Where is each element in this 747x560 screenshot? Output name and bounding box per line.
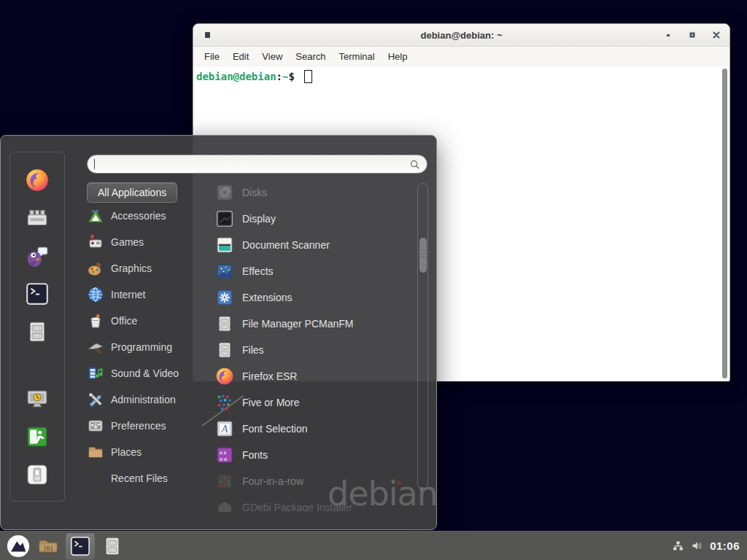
taskbar-launcher[interactable]: [D]	[36, 533, 61, 559]
volume-icon[interactable]	[691, 540, 703, 552]
terminal-menu-item[interactable]: File	[198, 51, 226, 62]
file-cabinet-icon	[215, 341, 234, 359]
category-item[interactable]: Accessories	[87, 203, 208, 229]
category-item[interactable]: Preferences	[87, 413, 208, 439]
terminal-menu-item[interactable]: View	[255, 51, 289, 62]
tray-icons	[672, 540, 703, 552]
pidgin-icon	[25, 244, 50, 268]
sound-video-icon	[87, 365, 104, 382]
favorite-launcher[interactable]	[18, 161, 56, 199]
menu-icon[interactable]	[6, 534, 31, 559]
accessories-icon	[87, 207, 104, 225]
category-item[interactable]: Internet	[87, 281, 208, 308]
application-item[interactable]: Disks	[209, 179, 415, 206]
fonts-icon: a aa a	[215, 446, 234, 464]
network-icon[interactable]	[672, 540, 684, 552]
terminal-menu-item[interactable]: Search	[289, 51, 332, 62]
category-label: Sound & Video	[111, 368, 179, 379]
category-item[interactable]: Recent Files	[87, 465, 208, 491]
application-item[interactable]: Display	[209, 206, 415, 232]
application-label: Extensions	[242, 292, 292, 303]
application-list: Disks Display Document Scanner Effects E…	[209, 179, 415, 512]
category-item[interactable]: Administration	[87, 386, 208, 413]
application-label: Effects	[242, 265, 274, 277]
file-cabinet-icon	[101, 535, 123, 557]
internet-icon	[87, 286, 104, 303]
application-item[interactable]: Files	[209, 337, 415, 363]
application-item[interactable]: GDebi Package Installer	[209, 494, 415, 512]
favorite-launcher[interactable]	[18, 237, 56, 275]
application-item[interactable]: Effects	[209, 258, 415, 284]
clock[interactable]: 01:06	[710, 540, 740, 552]
category-item[interactable]: Programming	[87, 334, 208, 360]
application-label: Files	[242, 344, 264, 356]
close-icon[interactable]	[712, 31, 721, 39]
terminal-titlebar[interactable]: debian@debian: ~	[193, 24, 729, 47]
category-item[interactable]: Office	[87, 308, 208, 334]
application-item[interactable]: Five or More	[209, 389, 415, 416]
category-label: Administration	[111, 394, 176, 405]
lock-screen-icon	[25, 386, 50, 411]
category-label: All Applications	[98, 187, 166, 198]
favorite-launcher[interactable]	[18, 275, 56, 313]
search-input[interactable]	[87, 155, 427, 174]
category-list: All Applications Accessories Games Graph…	[87, 182, 208, 491]
terminal-window-icon	[204, 31, 212, 39]
category-item[interactable]: Games	[87, 229, 208, 255]
menu-scrollbar-track[interactable]	[417, 183, 428, 489]
favorite-launcher[interactable]	[18, 199, 56, 237]
application-label: Font Selection	[242, 423, 308, 435]
search-icon	[409, 159, 420, 170]
shutdown-icon	[25, 462, 50, 487]
terminal-menu-item[interactable]: Terminal	[333, 51, 382, 62]
application-label: Fonts	[242, 449, 268, 461]
svg-text:A: A	[221, 423, 228, 435]
category-label: Recent Files	[111, 472, 168, 484]
favorite-launcher[interactable]	[18, 456, 56, 494]
application-item[interactable]: Four-in-a-row	[209, 468, 415, 494]
application-item[interactable]: a aa a Fonts	[209, 442, 415, 468]
category-item[interactable]: All Applications	[87, 182, 177, 203]
four-in-a-row-icon	[215, 472, 234, 491]
taskbar-launchers: [D]	[36, 533, 125, 559]
application-item[interactable]: A Font Selection	[209, 416, 415, 442]
minimize-icon[interactable]	[664, 31, 673, 39]
category-item[interactable]: Places	[87, 439, 208, 465]
terminal-scrollbar[interactable]	[722, 69, 727, 378]
taskbar-launcher[interactable]	[100, 533, 125, 559]
terminal-cursor	[304, 70, 312, 83]
terminal-menu-item[interactable]: Edit	[226, 51, 255, 62]
application-item[interactable]: Extensions	[209, 284, 415, 311]
application-label: Display	[242, 213, 276, 225]
application-label: Four-in-a-row	[242, 475, 303, 487]
logout-icon	[25, 424, 50, 449]
font-selection-icon: A	[215, 419, 234, 438]
places-icon	[87, 443, 104, 461]
taskbar-launcher[interactable]	[66, 533, 95, 559]
file-cabinet-icon	[25, 319, 50, 344]
application-item[interactable]: Firefox ESR	[209, 363, 415, 389]
programming-icon	[87, 338, 104, 356]
category-item[interactable]: Graphics	[87, 255, 208, 281]
firefox-icon	[25, 168, 50, 192]
favorite-launcher[interactable]	[18, 418, 56, 456]
favorite-launcher[interactable]	[18, 380, 56, 418]
application-label: Firefox ESR	[242, 370, 297, 382]
maximize-icon[interactable]	[688, 31, 697, 39]
application-item[interactable]: File Manager PCManFM	[209, 311, 415, 337]
document-scanner-icon	[215, 236, 234, 254]
favorite-launcher[interactable]	[18, 313, 56, 351]
administration-icon	[87, 391, 104, 408]
category-label: Internet	[111, 289, 145, 300]
window-controls	[664, 24, 721, 46]
menu-scrollbar-handle[interactable]	[419, 238, 427, 273]
application-item[interactable]: Document Scanner	[209, 232, 415, 258]
svg-text:a a: a a	[220, 449, 227, 456]
prompt-user-host: debian@debian	[196, 71, 276, 82]
category-item[interactable]: Sound & Video	[87, 360, 208, 386]
file-cabinet-icon	[215, 314, 234, 333]
category-label: Places	[111, 446, 142, 458]
terminal-menubar: FileEditViewSearchTerminalHelp	[193, 47, 729, 66]
terminal-menu-item[interactable]: Help	[382, 51, 414, 62]
desktop-folder-icon: [D]	[37, 535, 59, 557]
